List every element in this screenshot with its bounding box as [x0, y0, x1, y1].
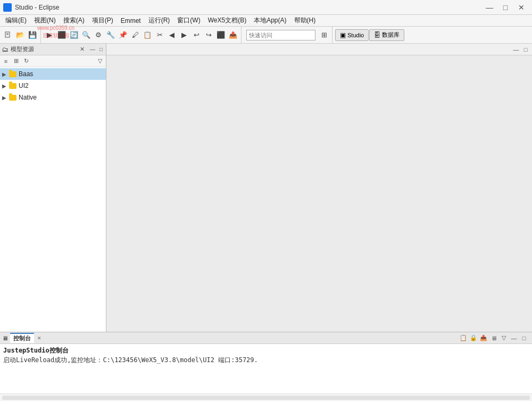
- console-view-btn[interactable]: 🖥: [489, 333, 498, 343]
- toolbar-btn-1[interactable]: [2, 29, 14, 41]
- toolbar-btn-run[interactable]: ▶: [44, 29, 55, 41]
- toolbar-btn-stop[interactable]: ⬛: [56, 29, 68, 41]
- title-bar-left: Studio - Eclipse: [3, 3, 59, 12]
- toolbar-grid-btn[interactable]: ⊞: [318, 29, 330, 41]
- native-label: Native: [19, 94, 37, 101]
- menu-item-help[interactable]: 帮助(H): [291, 15, 319, 26]
- toolbar-btn-tool6[interactable]: ◀: [166, 29, 178, 41]
- toolbar-btn-tool7[interactable]: ▶: [178, 29, 190, 41]
- console-export-btn[interactable]: 📤: [479, 333, 488, 343]
- studio-button[interactable]: ▣ Studio: [335, 29, 369, 41]
- menu-item-search[interactable]: 搜索(A): [60, 15, 88, 26]
- studio-icon: ▣: [340, 31, 346, 39]
- bottom-panel: 🖥 控制台 ✕ 📋 🔒 📤 🖥 ▽ — □ JustepStudio控制台 启动…: [0, 332, 532, 401]
- toolbar-btn-settings[interactable]: ⚙: [93, 29, 104, 41]
- menu-item-edit[interactable]: 编辑(E): [2, 15, 30, 26]
- title-bar: Studio - Eclipse — □ ✕: [0, 0, 532, 15]
- console-min-btn[interactable]: —: [509, 333, 519, 343]
- left-panel-toolbar: ≡ ⊞ ↻ ▽: [0, 55, 106, 67]
- native-folder-icon: [9, 93, 17, 102]
- quick-search-input[interactable]: [249, 32, 313, 38]
- left-panel-tree: ▶ Baas ▶ UI2 ▶: [0, 67, 106, 332]
- panel-collapse-btn[interactable]: ≡: [1, 56, 11, 66]
- center-area: — □: [106, 44, 532, 332]
- toolbar-btn-2[interactable]: 📂: [14, 29, 26, 41]
- database-button[interactable]: 🗄 数据库: [369, 29, 404, 41]
- left-panel-max-icon[interactable]: □: [98, 46, 104, 52]
- toolbar-btn-tool4[interactable]: 📋: [142, 29, 153, 41]
- menu-item-localapp[interactable]: 本地App(A): [251, 15, 289, 26]
- toolbar-btn-search[interactable]: 🔍: [80, 29, 92, 41]
- toolbar: 📂 💾 ▶ ⬛ 🔄 🔍 ⚙ 🔧 📌 🖊 📋 ✂ ◀ ▶ ↩ ↪ ⬛ 📤 ⊞ ▣ …: [0, 27, 532, 44]
- menu-item-project[interactable]: 项目(P): [89, 15, 117, 26]
- left-panel: 🗂 模型资源 ✕ — □ ≡ ⊞ ↻ ▽ ▶ Baas: [0, 44, 106, 332]
- title-bar-text: Studio - Eclipse: [15, 4, 59, 11]
- tree-item-ui2[interactable]: ▶ UI2: [0, 80, 106, 92]
- console-max-btn[interactable]: □: [519, 333, 529, 343]
- console-dropdown-btn[interactable]: ▽: [499, 333, 509, 343]
- bottom-scrollbar-area: [0, 394, 532, 401]
- panel-expand-btn[interactable]: ⊞: [11, 56, 21, 66]
- toolbar-btn-refresh[interactable]: 🔄: [68, 29, 80, 41]
- center-max-icon[interactable]: □: [521, 45, 530, 54]
- menu-item-wex5doc[interactable]: WeX5文档(B): [205, 15, 250, 26]
- panel-menu-btn[interactable]: ▽: [95, 56, 105, 66]
- minimize-button[interactable]: —: [482, 2, 497, 13]
- toolbar-group-views: ⊞: [318, 27, 332, 43]
- toolbar-btn-tool9[interactable]: ↪: [203, 29, 214, 41]
- tree-item-native[interactable]: ▶ Native: [0, 92, 106, 103]
- console-lock-btn[interactable]: 🔒: [469, 333, 478, 343]
- toolbar-btn-tool8[interactable]: ↩: [190, 29, 202, 41]
- panels-area: 🗂 模型资源 ✕ — □ ≡ ⊞ ↻ ▽ ▶ Baas: [0, 44, 532, 332]
- tree-item-baas[interactable]: ▶ Baas: [0, 68, 106, 80]
- console-line-0: 启动LiveReload成功,监控地址：C:\123456\WeX5_V3.8\…: [3, 355, 529, 365]
- bottom-panel-toolbar: 📋 🔒 📤 🖥 ▽ — □: [458, 333, 530, 343]
- database-icon: 🗄: [374, 31, 380, 39]
- panel-refresh-btn[interactable]: ↻: [21, 56, 31, 66]
- toolbar-btn-tool3[interactable]: 🖊: [129, 29, 141, 41]
- native-arrow-icon: ▶: [2, 95, 9, 101]
- main-layout: 🗂 模型资源 ✕ — □ ≡ ⊞ ↻ ▽ ▶ Baas: [0, 44, 532, 401]
- toolbar-btn-3[interactable]: 💾: [27, 29, 38, 41]
- baas-arrow-icon: ▶: [2, 71, 9, 77]
- console-title-text: JustepStudio控制台: [3, 346, 529, 355]
- center-min-icon[interactable]: —: [512, 45, 520, 54]
- left-panel-min-icon[interactable]: —: [89, 46, 96, 52]
- toolbar-btn-tool1[interactable]: 🔧: [105, 29, 117, 41]
- database-label: 数据库: [382, 31, 400, 39]
- left-panel-header: 🗂 模型资源 ✕ — □: [0, 44, 106, 55]
- ui2-arrow-icon: ▶: [2, 83, 9, 89]
- close-button[interactable]: ✕: [514, 2, 529, 13]
- console-tab[interactable]: 控制台: [10, 333, 34, 343]
- center-content-area: [106, 55, 532, 332]
- toolbar-btn-tool11[interactable]: 📤: [227, 29, 239, 41]
- toolbar-group-nav: ▶ ⬛ 🔄 🔍 ⚙ 🔧 📌 🖊 📋 ✂ ◀ ▶ ↩ ↪ ⬛ 📤: [44, 27, 242, 43]
- app-logo-icon: [3, 3, 12, 12]
- ui2-label: UI2: [19, 82, 29, 89]
- menu-item-emmet[interactable]: Emmet: [118, 16, 144, 26]
- console-scrollbar[interactable]: [2, 396, 530, 400]
- quick-search-box: [246, 30, 315, 40]
- left-panel-title: 模型资源: [11, 45, 76, 53]
- toolbar-btn-tool5[interactable]: ✂: [154, 29, 165, 41]
- menu-item-window[interactable]: 窗口(W): [174, 15, 203, 26]
- studio-label: Studio: [347, 32, 364, 38]
- console-content: JustepStudio控制台 启动LiveReload成功,监控地址：C:\1…: [0, 344, 532, 394]
- baas-folder-icon: [9, 70, 17, 78]
- baas-label: Baas: [19, 70, 33, 78]
- maximize-button[interactable]: □: [498, 2, 513, 13]
- ui2-folder-icon: [9, 81, 17, 90]
- toolbar-btn-tool2[interactable]: 📌: [117, 29, 129, 41]
- title-bar-controls: — □ ✕: [482, 2, 529, 13]
- left-panel-close-icon[interactable]: ✕: [78, 45, 87, 54]
- bottom-panel-header: 🖥 控制台 ✕ 📋 🔒 📤 🖥 ▽ — □: [0, 332, 532, 344]
- center-top-bar: — □: [106, 44, 532, 55]
- menu-item-view[interactable]: 视图(N): [31, 15, 59, 26]
- menu-item-run[interactable]: 运行(R): [145, 15, 173, 26]
- menu-bar: 编辑(E) 视图(N) 搜索(A) 项目(P) Emmet 运行(R) 窗口(W…: [0, 15, 532, 27]
- console-copy-btn[interactable]: 📋: [459, 333, 468, 343]
- toolbar-group-file: 📂 💾: [2, 27, 41, 43]
- console-tab-close[interactable]: ✕: [36, 335, 43, 341]
- toolbar-btn-tool10[interactable]: ⬛: [215, 29, 227, 41]
